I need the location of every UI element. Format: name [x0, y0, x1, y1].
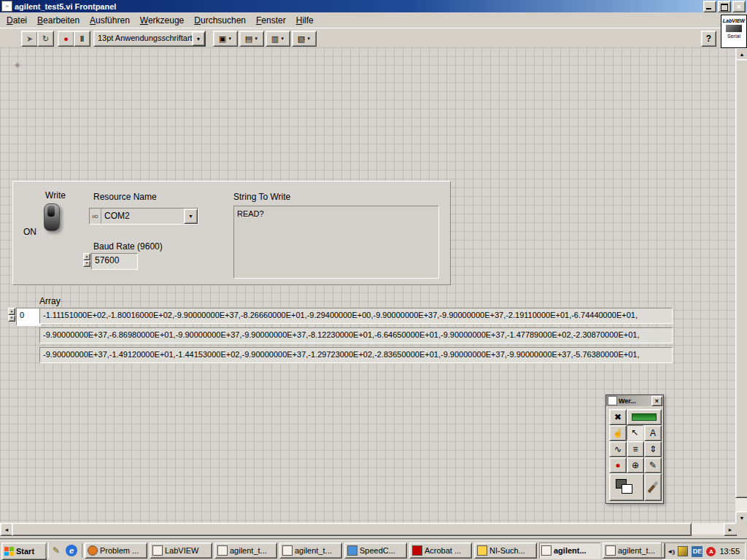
minimize-button[interactable] — [703, 1, 716, 12]
resource-combo-arrow-button[interactable]: ▼ — [184, 209, 198, 224]
vertical-scroll-thumb[interactable] — [735, 59, 747, 498]
background-color-swatch — [622, 484, 632, 494]
color-copy-tool-button[interactable]: ✎ — [644, 457, 662, 473]
probe-icon: ⊕ — [632, 460, 639, 470]
edit-text-icon: A — [650, 428, 656, 438]
resource-name-combo[interactable]: I/O COM2 ▼ — [89, 208, 198, 225]
paintbrush-icon — [648, 481, 659, 493]
run-continuous-button[interactable]: ↻ — [37, 31, 54, 47]
object-menu-tool-button[interactable]: ≡ — [627, 441, 644, 457]
array-row[interactable]: -1.11151000E+02,-1.80016000E+02,-9.90000… — [39, 308, 673, 324]
reorder-icon: ▧ — [298, 34, 305, 44]
wire-tool-button[interactable]: ∿ — [609, 441, 627, 457]
array-row[interactable]: -9.90000000E+37,-6.86980000E+01,-9.90000… — [39, 327, 673, 343]
task-button-ni-search[interactable]: NI-Such... — [474, 542, 537, 559]
task-button-speedcommander[interactable]: SpeedC... — [344, 542, 407, 559]
probe-tool-button[interactable]: ⊕ — [627, 457, 644, 473]
browser-task-icon — [88, 545, 98, 556]
red-tray-icon[interactable]: A — [706, 547, 716, 556]
tools-palette-title: Wer... — [617, 397, 651, 405]
wire-spool-icon: ∿ — [614, 444, 622, 454]
task-button-problem[interactable]: Problem ... — [85, 542, 147, 559]
increment-button[interactable]: ▲ — [83, 253, 90, 260]
chevron-down-icon: ▼ — [254, 36, 258, 41]
auto-select-led-button[interactable] — [627, 409, 662, 425]
paintbrush-tool-button[interactable] — [644, 473, 662, 501]
distribute-objects-icon: ▤ — [245, 34, 252, 44]
distribute-objects-dropdown[interactable]: ▤▼ — [239, 31, 264, 47]
breakpoint-tool-button[interactable]: ● — [609, 457, 627, 473]
close-button[interactable]: × — [732, 1, 746, 12]
reorder-dropdown[interactable]: ▧▼ — [292, 31, 317, 47]
labview-logo-graphic — [726, 25, 742, 32]
eyedropper-icon: ✎ — [649, 460, 657, 470]
color-tool-button[interactable] — [609, 473, 644, 501]
abort-icon: ● — [63, 34, 69, 43]
tools-palette-window: Wer... × ✖ ☝ ↖ A ∿ ≡ ⇕ ● ⊕ ✎ — [605, 394, 664, 504]
labview-task-icon — [152, 545, 163, 556]
maximize-button[interactable] — [718, 1, 731, 12]
edit-text-tool-button[interactable]: A — [644, 425, 662, 441]
array-index-field[interactable]: 0 — [16, 308, 41, 326]
task-button-agilent-2[interactable]: agilent_t... — [279, 542, 342, 559]
chevron-down-icon: ▼ — [228, 36, 232, 41]
align-objects-dropdown[interactable]: ▣▼ — [213, 31, 238, 47]
pause-button[interactable]: ‖ — [74, 31, 90, 47]
task-button-acrobat[interactable]: Acrobat ... — [409, 542, 472, 559]
title-bar[interactable]: ➢ agilent_test5.vi Frontpanel × — [0, 0, 747, 12]
toggle-lever[interactable] — [47, 206, 55, 217]
baud-rate-spinner: ▲ ▼ — [83, 253, 90, 267]
auto-tool-select-button[interactable]: ✖ — [609, 409, 627, 425]
abort-button[interactable]: ● — [58, 31, 74, 47]
font-selector[interactable]: 13pt Anwendungsschriftart ▼ — [93, 31, 206, 47]
volume-icon[interactable]: ◄)) — [667, 548, 674, 555]
menu-item-durchsuchen[interactable]: Durchsuchen — [189, 14, 251, 27]
task-button-agilent-3[interactable]: agilent_t... — [603, 542, 665, 559]
run-button[interactable]: ➤ — [21, 31, 38, 47]
array-row[interactable]: -9.90000000E+37,-1.49120000E+01,-1.44153… — [39, 347, 673, 363]
language-indicator[interactable]: DE — [692, 546, 703, 557]
string-to-write-field[interactable]: READ? — [233, 206, 439, 279]
tools-palette-titlebar[interactable]: Wer... × — [606, 395, 663, 406]
acrobat-task-icon — [412, 545, 422, 556]
horizontal-scroll-thumb[interactable] — [12, 523, 692, 536]
help-button[interactable]: ? — [701, 31, 716, 47]
task-button-agilent-1[interactable]: agilent_t... — [214, 542, 277, 559]
quicklaunch-desktop-icon[interactable]: ✎ — [50, 544, 63, 557]
resize-objects-dropdown[interactable]: ▥▼ — [266, 31, 290, 47]
index-increment-button[interactable]: ▲ — [8, 308, 15, 315]
index-decrement-button[interactable]: ▼ — [8, 315, 15, 322]
start-button[interactable]: Start — [1, 542, 47, 560]
labview-serial-badge: LabVIEW Serial — [721, 15, 747, 48]
tray-app-icon[interactable] — [678, 546, 688, 556]
palette-close-button[interactable]: × — [651, 396, 662, 406]
baud-rate-field[interactable]: 57600 — [91, 253, 138, 270]
menu-item-datei[interactable]: Datei — [1, 14, 32, 27]
run-continuous-icon: ↻ — [42, 34, 49, 44]
arrow-down-icon: ▼ — [85, 262, 88, 265]
vertical-scrollbar[interactable]: ▲ ▼ — [735, 47, 747, 523]
ni-search-task-icon — [477, 545, 487, 556]
scroll-tool-button[interactable]: ⇕ — [644, 441, 662, 457]
chevron-down-icon: ▼ — [188, 214, 193, 219]
badge-serial-label: Serial — [721, 34, 746, 39]
horizontal-scrollbar[interactable]: ◄ ► — [0, 523, 735, 534]
task-button-agilent-active[interactable]: agilent... — [539, 542, 600, 559]
menu-item-fenster[interactable]: Fenster — [251, 14, 291, 27]
menu-item-bearbeiten[interactable]: Bearbeiten — [32, 14, 85, 27]
write-toggle-switch[interactable] — [44, 203, 60, 231]
operate-value-tool-button[interactable]: ☝ — [609, 425, 627, 441]
position-tool-button[interactable]: ↖ — [627, 425, 643, 440]
menu-item-hilfe[interactable]: Hilfe — [291, 14, 319, 27]
resize-objects-icon: ▥ — [271, 34, 279, 44]
menu-item-ausfuehren[interactable]: Ausführen — [85, 14, 135, 27]
task-button-labview[interactable]: LabVIEW — [150, 542, 212, 559]
clock: 13:55 — [719, 547, 740, 556]
quicklaunch-browser-icon[interactable]: e — [66, 545, 77, 556]
panel-origin-marker: ◈ — [15, 61, 20, 69]
font-selector-arrow-button[interactable]: ▼ — [192, 31, 205, 46]
menu-item-werkzeuge[interactable]: Werkzeuge — [135, 14, 189, 27]
decrement-button[interactable]: ▼ — [83, 260, 90, 268]
pause-icon: ‖ — [80, 34, 84, 43]
chevron-down-icon: ▼ — [196, 36, 201, 42]
